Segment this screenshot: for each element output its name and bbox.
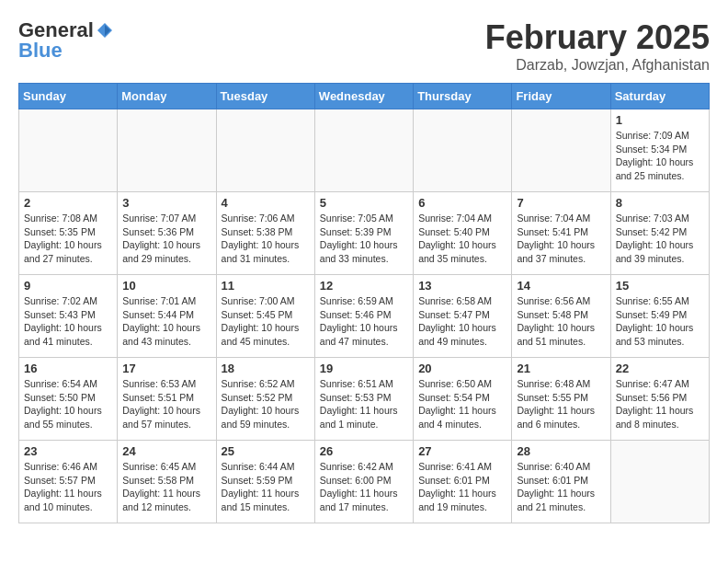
week-row-3: 9Sunrise: 7:02 AMSunset: 5:43 PMDaylight… [19, 275, 710, 358]
day-number: 16 [24, 362, 112, 375]
day-info: Sunrise: 7:03 AMSunset: 5:42 PMDaylight:… [616, 212, 704, 266]
day-info: Sunrise: 7:04 AMSunset: 5:41 PMDaylight:… [517, 212, 605, 266]
calendar-cell: 12Sunrise: 6:59 AMSunset: 5:46 PMDayligh… [314, 275, 413, 358]
title-section: February 2025 Darzab, Jowzjan, Afghanist… [485, 18, 710, 74]
day-info: Sunrise: 6:40 AMSunset: 6:01 PMDaylight:… [517, 460, 605, 514]
calendar-cell: 2Sunrise: 7:08 AMSunset: 5:35 PMDaylight… [19, 192, 118, 275]
calendar-cell: 28Sunrise: 6:40 AMSunset: 6:01 PMDayligh… [512, 441, 610, 523]
calendar-cell: 7Sunrise: 7:04 AMSunset: 5:41 PMDaylight… [512, 192, 610, 275]
calendar-cell [19, 109, 118, 192]
day-number: 20 [418, 362, 506, 375]
calendar-cell: 19Sunrise: 6:51 AMSunset: 5:53 PMDayligh… [314, 358, 413, 441]
day-number: 10 [122, 279, 210, 293]
day-info: Sunrise: 6:46 AMSunset: 5:57 PMDaylight:… [24, 460, 112, 514]
calendar-cell: 26Sunrise: 6:42 AMSunset: 6:00 PMDayligh… [314, 441, 413, 523]
calendar-cell [118, 109, 216, 192]
calendar-cell: 9Sunrise: 7:02 AMSunset: 5:43 PMDaylight… [19, 275, 118, 358]
day-number: 18 [222, 362, 310, 375]
calendar-table: SundayMondayTuesdayWednesdayThursdayFrid… [18, 83, 710, 523]
day-number: 7 [517, 196, 605, 210]
calendar-cell: 27Sunrise: 6:41 AMSunset: 6:01 PMDayligh… [414, 441, 512, 523]
day-info: Sunrise: 6:54 AMSunset: 5:50 PMDaylight:… [24, 377, 112, 431]
day-number: 17 [122, 362, 210, 375]
day-info: Sunrise: 6:44 AMSunset: 5:59 PMDaylight:… [222, 460, 310, 514]
day-info: Sunrise: 7:00 AMSunset: 5:45 PMDaylight:… [222, 294, 310, 349]
day-info: Sunrise: 6:53 AMSunset: 5:51 PMDaylight:… [122, 377, 210, 431]
day-number: 19 [320, 362, 408, 375]
location-title: Darzab, Jowzjan, Afghanistan [485, 57, 710, 74]
week-row-4: 16Sunrise: 6:54 AMSunset: 5:50 PMDayligh… [19, 358, 710, 441]
calendar-cell: 13Sunrise: 6:58 AMSunset: 5:47 PMDayligh… [414, 275, 512, 358]
day-info: Sunrise: 6:56 AMSunset: 5:48 PMDaylight:… [517, 294, 605, 349]
day-info: Sunrise: 7:04 AMSunset: 5:40 PMDaylight:… [418, 212, 506, 266]
day-number: 28 [517, 444, 605, 458]
day-info: Sunrise: 7:08 AMSunset: 5:35 PMDaylight:… [24, 212, 112, 266]
logo-icon [96, 21, 114, 40]
weekday-header-row: SundayMondayTuesdayWednesdayThursdayFrid… [19, 84, 710, 109]
calendar-cell [314, 109, 413, 192]
weekday-header-monday: Monday [118, 84, 216, 109]
calendar-cell: 10Sunrise: 7:01 AMSunset: 5:44 PMDayligh… [118, 275, 216, 358]
calendar-cell: 20Sunrise: 6:50 AMSunset: 5:54 PMDayligh… [414, 358, 512, 441]
day-number: 4 [222, 196, 310, 210]
calendar-cell: 4Sunrise: 7:06 AMSunset: 5:38 PMDaylight… [216, 192, 314, 275]
day-number: 26 [320, 444, 408, 458]
day-info: Sunrise: 6:48 AMSunset: 5:55 PMDaylight:… [517, 377, 605, 431]
day-number: 13 [418, 279, 506, 293]
weekday-header-saturday: Saturday [610, 84, 709, 109]
calendar-cell: 16Sunrise: 6:54 AMSunset: 5:50 PMDayligh… [19, 358, 118, 441]
calendar-cell: 24Sunrise: 6:45 AMSunset: 5:58 PMDayligh… [118, 441, 216, 523]
calendar-cell: 3Sunrise: 7:07 AMSunset: 5:36 PMDaylight… [118, 192, 216, 275]
day-info: Sunrise: 6:50 AMSunset: 5:54 PMDaylight:… [418, 377, 506, 431]
weekday-header-wednesday: Wednesday [314, 84, 413, 109]
calendar-cell: 11Sunrise: 7:00 AMSunset: 5:45 PMDayligh… [216, 275, 314, 358]
day-info: Sunrise: 7:05 AMSunset: 5:39 PMDaylight:… [320, 212, 408, 266]
day-info: Sunrise: 7:01 AMSunset: 5:44 PMDaylight:… [122, 294, 210, 349]
calendar-cell: 17Sunrise: 6:53 AMSunset: 5:51 PMDayligh… [118, 358, 216, 441]
day-number: 11 [222, 279, 310, 293]
week-row-2: 2Sunrise: 7:08 AMSunset: 5:35 PMDaylight… [19, 192, 710, 275]
day-number: 23 [24, 444, 112, 458]
calendar-cell: 1Sunrise: 7:09 AMSunset: 5:34 PMDaylight… [610, 109, 709, 192]
calendar-cell: 22Sunrise: 6:47 AMSunset: 5:56 PMDayligh… [610, 358, 709, 441]
day-info: Sunrise: 7:09 AMSunset: 5:34 PMDaylight:… [616, 129, 704, 183]
calendar-cell: 25Sunrise: 6:44 AMSunset: 5:59 PMDayligh… [216, 441, 314, 523]
day-number: 21 [517, 362, 605, 375]
calendar-cell: 23Sunrise: 6:46 AMSunset: 5:57 PMDayligh… [19, 441, 118, 523]
day-info: Sunrise: 6:58 AMSunset: 5:47 PMDaylight:… [418, 294, 506, 349]
calendar-cell [216, 109, 314, 192]
day-info: Sunrise: 7:06 AMSunset: 5:38 PMDaylight:… [222, 212, 310, 266]
weekday-header-friday: Friday [512, 84, 610, 109]
day-info: Sunrise: 6:47 AMSunset: 5:56 PMDaylight:… [616, 377, 704, 431]
day-number: 24 [122, 444, 210, 458]
day-info: Sunrise: 6:52 AMSunset: 5:52 PMDaylight:… [222, 377, 310, 431]
logo-blue: Blue [18, 39, 63, 63]
day-number: 27 [418, 444, 506, 458]
day-number: 25 [222, 444, 310, 458]
calendar-body: 1Sunrise: 7:09 AMSunset: 5:34 PMDaylight… [19, 109, 710, 523]
day-number: 9 [24, 279, 112, 293]
calendar-cell [610, 441, 709, 523]
calendar-cell: 5Sunrise: 7:05 AMSunset: 5:39 PMDaylight… [314, 192, 413, 275]
weekday-header-thursday: Thursday [414, 84, 512, 109]
weekday-header-sunday: Sunday [19, 84, 118, 109]
week-row-5: 23Sunrise: 6:46 AMSunset: 5:57 PMDayligh… [19, 441, 710, 523]
day-info: Sunrise: 6:41 AMSunset: 6:01 PMDaylight:… [418, 460, 506, 514]
day-info: Sunrise: 6:55 AMSunset: 5:49 PMDaylight:… [616, 294, 704, 349]
day-number: 1 [616, 113, 704, 127]
calendar-cell [512, 109, 610, 192]
calendar-cell: 15Sunrise: 6:55 AMSunset: 5:49 PMDayligh… [610, 275, 709, 358]
week-row-1: 1Sunrise: 7:09 AMSunset: 5:34 PMDaylight… [19, 109, 710, 192]
month-title: February 2025 [485, 18, 710, 57]
calendar-cell: 21Sunrise: 6:48 AMSunset: 5:55 PMDayligh… [512, 358, 610, 441]
day-number: 6 [418, 196, 506, 210]
day-info: Sunrise: 6:59 AMSunset: 5:46 PMDaylight:… [320, 294, 408, 349]
calendar-cell: 18Sunrise: 6:52 AMSunset: 5:52 PMDayligh… [216, 358, 314, 441]
day-number: 8 [616, 196, 704, 210]
day-number: 22 [616, 362, 704, 375]
day-number: 12 [320, 279, 408, 293]
day-number: 3 [122, 196, 210, 210]
calendar-cell: 14Sunrise: 6:56 AMSunset: 5:48 PMDayligh… [512, 275, 610, 358]
calendar-cell: 8Sunrise: 7:03 AMSunset: 5:42 PMDaylight… [610, 192, 709, 275]
day-number: 14 [517, 279, 605, 293]
